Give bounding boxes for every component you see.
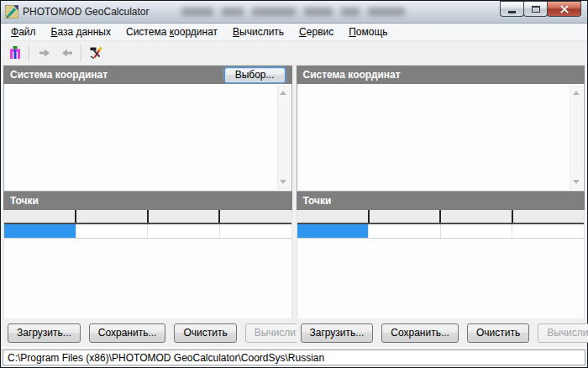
table-cell[interactable] bbox=[148, 223, 219, 238]
toolbar-database-button[interactable] bbox=[3, 43, 26, 64]
points-title: Точки bbox=[10, 195, 39, 207]
menu-label-accel: В bbox=[233, 26, 239, 38]
points-header-right: Точки bbox=[297, 192, 585, 210]
toolbar bbox=[1, 41, 587, 66]
menu-item-help[interactable]: Помощь bbox=[341, 24, 395, 39]
toolbar-separator bbox=[29, 45, 30, 62]
back-arrow-icon bbox=[60, 46, 74, 60]
main-area: Система координат Выбор... Точки bbox=[1, 66, 587, 347]
menu-item-coordinate-system[interactable]: Система координат bbox=[118, 24, 225, 39]
menu-label-accel: С bbox=[299, 26, 307, 38]
minimize-icon bbox=[508, 11, 516, 13]
menu-label: оординат bbox=[174, 26, 218, 38]
table-cell[interactable] bbox=[219, 223, 291, 238]
coord-system-header-left: Система координат Выбор... bbox=[3, 66, 292, 84]
table-row bbox=[297, 223, 585, 238]
load-button-right[interactable]: Загрузить... bbox=[301, 323, 374, 343]
database-icon bbox=[8, 45, 23, 60]
select-coord-system-button[interactable]: Выбор... bbox=[224, 67, 286, 83]
column-header bbox=[76, 210, 147, 223]
minimize-button[interactable] bbox=[500, 1, 524, 17]
panel-source: Система координат Выбор... Точки bbox=[3, 66, 292, 347]
table-row bbox=[4, 223, 291, 238]
save-button-left[interactable]: Сохранить... bbox=[89, 323, 166, 343]
menu-label: Система bbox=[126, 26, 170, 38]
column-header bbox=[4, 210, 76, 223]
vertical-scrollbar[interactable] bbox=[277, 86, 290, 189]
close-icon bbox=[559, 4, 569, 13]
toolbar-back-button[interactable] bbox=[55, 43, 78, 64]
scroll-down-icon[interactable] bbox=[573, 180, 580, 184]
table-cell[interactable] bbox=[76, 223, 147, 238]
panel-target: Система координат Точки bbox=[297, 66, 585, 347]
column-header bbox=[440, 210, 512, 223]
forward-arrow-icon bbox=[38, 46, 51, 60]
menu-label: ервис bbox=[307, 26, 333, 38]
points-table-right bbox=[297, 210, 585, 239]
menu-label: аза данных bbox=[57, 26, 111, 38]
titlebar[interactable]: PHOTOMOD GeoCalculator bbox=[1, 1, 587, 24]
points-table-left bbox=[4, 210, 291, 239]
points-header-left: Точки bbox=[3, 192, 292, 210]
menu-label: ычислить bbox=[239, 26, 284, 38]
coord-system-title: Система координат bbox=[303, 69, 401, 81]
clear-button-left[interactable]: Очистить bbox=[174, 323, 236, 343]
toolbar-separator bbox=[81, 45, 82, 62]
selected-cell[interactable] bbox=[4, 223, 76, 238]
scroll-up-icon[interactable] bbox=[573, 91, 580, 95]
panel-buttons-left: Загрузить... Сохранить... Очистить Вычис… bbox=[3, 318, 292, 347]
app-logo-icon bbox=[5, 5, 18, 18]
compute-button-right[interactable]: Вычислить bbox=[538, 323, 588, 343]
tools-icon bbox=[89, 45, 104, 60]
window-title: PHOTOMOD GeoCalculator bbox=[23, 6, 150, 18]
table-cell[interactable] bbox=[440, 223, 512, 238]
points-table-area-right bbox=[297, 210, 585, 318]
toolbar-forward-button[interactable] bbox=[33, 43, 55, 64]
coord-system-title: Система координат bbox=[10, 69, 108, 81]
column-header bbox=[148, 210, 219, 223]
menu-label: омощь bbox=[356, 26, 388, 38]
points-title: Точки bbox=[303, 195, 332, 207]
table-cell[interactable] bbox=[512, 223, 584, 238]
coord-system-header-right: Система координат bbox=[297, 66, 585, 84]
statusbar: C:\Program Files (x86)\PHOTOMOD GeoCalcu… bbox=[1, 347, 587, 367]
column-header bbox=[512, 210, 584, 223]
menu-label-accel: Ф bbox=[11, 26, 18, 38]
coord-system-description-right bbox=[297, 84, 585, 192]
app-window: PHOTOMOD GeoCalculator Файл База данных … bbox=[0, 0, 588, 368]
menu-item-compute[interactable]: Вычислить bbox=[225, 24, 291, 39]
vertical-scrollbar[interactable] bbox=[570, 86, 582, 189]
menu-item-file[interactable]: Файл bbox=[3, 24, 44, 39]
menu-label: айл bbox=[18, 26, 35, 38]
status-path: C:\Program Files (x86)\PHOTOMOD GeoCalcu… bbox=[3, 350, 585, 365]
menu-label-accel: П bbox=[349, 26, 356, 38]
close-button[interactable] bbox=[547, 1, 581, 17]
table-header-row bbox=[4, 210, 291, 223]
column-header bbox=[219, 210, 291, 223]
column-header bbox=[297, 210, 369, 223]
menu-item-database[interactable]: База данных bbox=[44, 24, 118, 39]
save-button-right[interactable]: Сохранить... bbox=[381, 323, 459, 343]
toolbar-settings-button[interactable] bbox=[85, 43, 108, 64]
points-table-area-left bbox=[3, 210, 292, 318]
selected-cell[interactable] bbox=[297, 223, 369, 238]
maximize-button[interactable] bbox=[523, 1, 548, 17]
redacted-text-blur bbox=[181, 8, 405, 17]
maximize-icon bbox=[532, 6, 540, 13]
table-header-row bbox=[297, 210, 585, 223]
window-controls bbox=[501, 1, 581, 17]
menu-item-service[interactable]: Сервис bbox=[291, 24, 341, 39]
scroll-up-icon[interactable] bbox=[280, 91, 286, 95]
scroll-down-icon[interactable] bbox=[280, 180, 286, 184]
column-header bbox=[369, 210, 440, 223]
menubar: Файл База данных Система координат Вычис… bbox=[1, 24, 587, 41]
coord-system-description-left bbox=[3, 84, 292, 192]
load-button-left[interactable]: Загрузить... bbox=[8, 323, 81, 343]
panel-buttons-right: Загрузить... Сохранить... Очистить Вычис… bbox=[297, 318, 585, 347]
clear-button-right[interactable]: Очистить bbox=[467, 323, 529, 343]
table-cell[interactable] bbox=[369, 223, 440, 238]
